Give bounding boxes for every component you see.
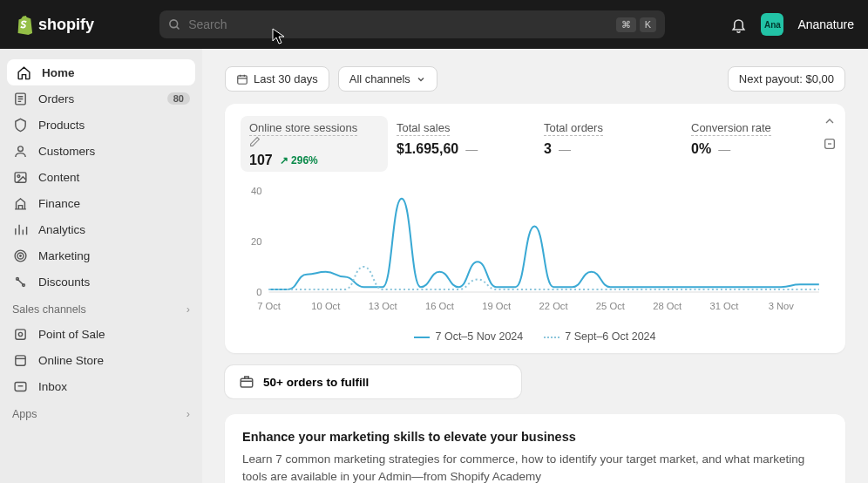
svg-line-1 <box>177 26 180 29</box>
inbox-icon <box>12 378 28 394</box>
svg-rect-29 <box>241 378 253 387</box>
channel-online-store[interactable]: Online Store <box>0 347 202 373</box>
finance-icon <box>12 195 28 211</box>
search-bar[interactable]: ⌘ K <box>159 10 665 38</box>
nav-finance[interactable]: Finance <box>0 190 202 216</box>
nav-content[interactable]: Content <box>0 164 202 190</box>
avatar[interactable]: Ana <box>761 13 783 36</box>
svg-text:0: 0 <box>256 287 261 297</box>
sessions-chart: 020407 Oct10 Oct13 Oct16 Oct19 Oct22 Oct… <box>225 179 845 329</box>
store-icon <box>12 352 28 368</box>
nav-label: Finance <box>38 197 80 210</box>
orders-badge: 80 <box>167 92 190 105</box>
channel-inbox[interactable]: Inbox <box>0 373 202 399</box>
collapse-icon[interactable] <box>823 114 837 128</box>
svg-text:25 Oct: 25 Oct <box>596 301 625 311</box>
products-icon <box>12 117 28 133</box>
svg-point-0 <box>170 19 178 27</box>
main-content: Last 30 days All channels Next payout: $… <box>202 49 868 483</box>
svg-text:28 Oct: 28 Oct <box>653 301 682 311</box>
svg-text:31 Oct: 31 Oct <box>709 301 738 311</box>
channel-pos[interactable]: Point of Sale <box>0 321 202 347</box>
nav-label: Discounts <box>38 276 90 289</box>
svg-text:7 Oct: 7 Oct <box>257 301 281 311</box>
svg-rect-9 <box>15 329 24 338</box>
section-apps[interactable]: Apps › <box>0 399 202 425</box>
fullscreen-icon[interactable] <box>823 137 837 151</box>
search-icon <box>168 18 181 31</box>
sidebar: Home Orders 80 Products Customers Conten… <box>0 49 202 483</box>
nav-label: Products <box>38 119 85 132</box>
marketing-icon <box>12 248 28 263</box>
pos-icon <box>12 326 28 342</box>
nav-analytics[interactable]: Analytics <box>0 216 202 242</box>
svg-point-10 <box>18 332 22 336</box>
calendar-icon <box>236 73 248 85</box>
next-payout[interactable]: Next payout: $0,00 <box>728 66 845 92</box>
brand-text: shopify <box>38 16 94 34</box>
customers-icon <box>12 143 28 159</box>
nav-label: Content <box>38 171 79 184</box>
chart-legend: 7 Oct–5 Nov 2024 7 Sept–6 Oct 2024 <box>225 329 845 353</box>
svg-text:10 Oct: 10 Oct <box>311 301 340 311</box>
svg-point-3 <box>17 146 23 151</box>
topbar: shopify ⌘ K Ana Ananature <box>0 0 868 49</box>
shopify-logo[interactable]: shopify <box>14 14 94 35</box>
home-icon <box>16 65 31 80</box>
nav-label: Online Store <box>38 354 104 367</box>
nav-customers[interactable]: Customers <box>0 138 202 164</box>
search-input[interactable] <box>188 17 609 31</box>
svg-text:22 Oct: 22 Oct <box>539 301 568 311</box>
nav-marketing[interactable]: Marketing <box>0 242 202 269</box>
marketing-title: Enhance your marketing skills to elevate… <box>242 430 828 444</box>
nav-products[interactable]: Products <box>0 112 202 138</box>
marketing-tip-card: Enhance your marketing skills to elevate… <box>225 414 845 483</box>
nav-label: Point of Sale <box>38 328 105 341</box>
nav-label: Inbox <box>38 380 67 393</box>
discounts-icon <box>12 274 28 289</box>
search-shortcut: ⌘ K <box>616 17 656 32</box>
edit-icon[interactable] <box>249 136 379 147</box>
metric-total-sales[interactable]: Total sales $1.695,60 — <box>388 116 535 172</box>
svg-rect-13 <box>238 75 248 83</box>
fulfill-orders-card[interactable]: 50+ orders to fulfill <box>225 365 521 398</box>
analytics-card: Online store sessions 107 ↗ 296% Total s… <box>225 104 845 353</box>
svg-text:13 Oct: 13 Oct <box>369 301 397 311</box>
analytics-icon <box>12 221 28 237</box>
nav-discounts[interactable]: Discounts <box>0 269 202 295</box>
channel-filter[interactable]: All channels <box>338 66 437 92</box>
nav-orders[interactable]: Orders 80 <box>0 85 202 112</box>
username[interactable]: Ananature <box>797 17 854 31</box>
nav-label: Orders <box>38 92 74 105</box>
orders-icon <box>12 91 28 106</box>
svg-text:16 Oct: 16 Oct <box>425 301 454 311</box>
chevron-down-icon <box>416 74 426 85</box>
date-range-picker[interactable]: Last 30 days <box>225 66 329 92</box>
chevron-right-icon: › <box>186 303 190 316</box>
fulfill-icon <box>239 374 254 390</box>
svg-rect-11 <box>15 355 24 364</box>
svg-point-8 <box>19 255 20 255</box>
content-icon <box>12 169 28 185</box>
nav-label: Marketing <box>38 249 90 262</box>
metric-conversion[interactable]: Conversion rate 0% — <box>682 116 830 172</box>
svg-text:40: 40 <box>251 186 261 196</box>
nav-label: Analytics <box>38 223 85 236</box>
metric-total-orders[interactable]: Total orders 3 — <box>535 116 682 172</box>
metric-sessions[interactable]: Online store sessions 107 ↗ 296% <box>241 116 388 172</box>
svg-text:20: 20 <box>251 236 261 247</box>
svg-text:3 Nov: 3 Nov <box>769 301 795 311</box>
nav-label: Customers <box>38 145 95 158</box>
chevron-right-icon: › <box>186 408 190 420</box>
marketing-body: Learn 7 common marketing strategies for … <box>242 451 828 483</box>
trend-up: ↗ 296% <box>280 154 318 167</box>
nav-label: Home <box>42 66 75 79</box>
svg-text:19 Oct: 19 Oct <box>482 301 511 311</box>
section-sales-channels[interactable]: Sales channels › <box>0 295 202 321</box>
notifications-icon[interactable] <box>730 17 747 33</box>
nav-home[interactable]: Home <box>7 59 195 85</box>
svg-point-5 <box>17 174 19 177</box>
